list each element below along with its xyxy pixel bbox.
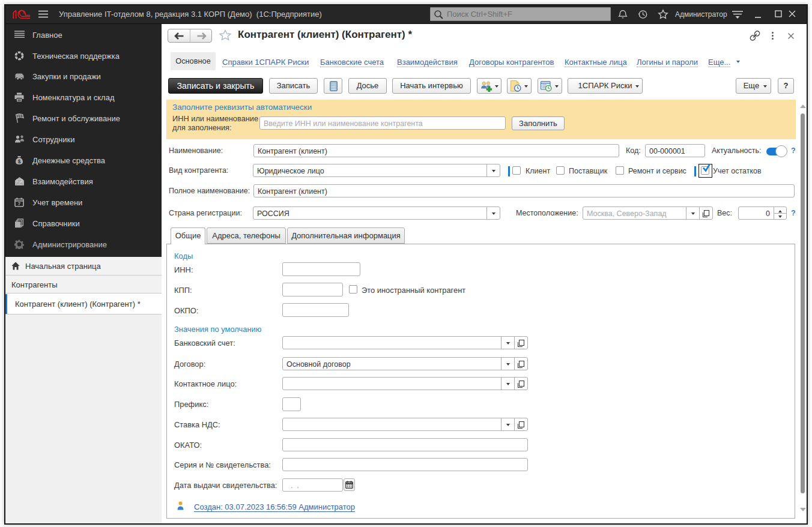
svg-text:7: 7 [18,201,21,206]
svg-text:$: $ [18,158,21,164]
